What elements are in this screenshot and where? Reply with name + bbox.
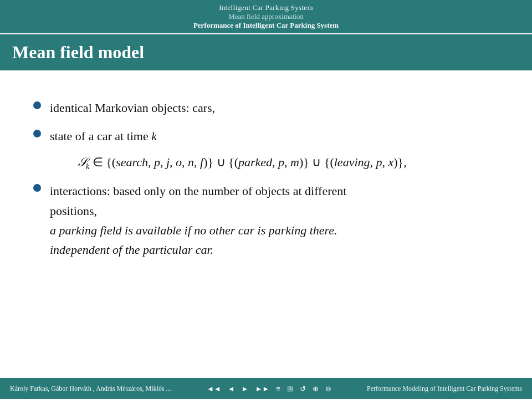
main-content: identical Markovian objects: cars, state… (0, 71, 532, 378)
bullet-section: identical Markovian objects: cars, state… (33, 99, 499, 259)
bullet-text-1: identical Markovian objects: cars, (50, 99, 215, 117)
header-line2: Mean field approximation (0, 12, 532, 21)
bullet-item-1: identical Markovian objects: cars, (33, 99, 499, 117)
page-title: Mean field model (12, 42, 520, 63)
nav-refresh[interactable]: ↺ (298, 383, 308, 394)
nav-left[interactable]: ◄ (226, 383, 237, 394)
nav-right[interactable]: ► (239, 383, 251, 394)
presentation-title: Performance Modeling of Intelligent Car … (367, 385, 522, 393)
title-bar: Mean field model (0, 34, 532, 70)
bullet-text-2: state of a car at time k (50, 127, 157, 145)
header-line3: Performance of Intelligent Car Parking S… (0, 21, 532, 30)
nav-controls[interactable]: ◄◄ ◄ ► ►► ≡ ⊞ ↺ ⊕ ⊖ (204, 383, 334, 394)
nav-zoom-out[interactable]: ⊖ (323, 383, 334, 394)
nav-left-left[interactable]: ◄◄ (204, 383, 223, 394)
bullet-dot-2 (33, 130, 41, 137)
bullet-text-3: interactions: based only on the number o… (50, 181, 346, 259)
bullet-item-3: interactions: based only on the number o… (33, 181, 499, 259)
nav-right-right[interactable]: ►► (253, 383, 272, 394)
math-formula: 𝒮k ∈ {(search, p, j, o, n, f)} ∪ {(parke… (78, 155, 499, 171)
authors-text: Károly Farkas, Gábor Horváth , András Mé… (10, 385, 171, 393)
bullet-item-2: state of a car at time k (33, 127, 499, 145)
bottom-bar: Károly Farkas, Gábor Horváth , András Mé… (0, 378, 532, 399)
bullet-dot-3 (33, 184, 41, 192)
bullet-dot-1 (33, 101, 41, 109)
top-header: Intelligent Car Parking System Mean fiel… (0, 0, 532, 33)
nav-menu[interactable]: ≡ (274, 383, 283, 394)
header-line1: Intelligent Car Parking System (0, 3, 532, 12)
nav-grid[interactable]: ⊞ (285, 383, 295, 394)
nav-zoom-in[interactable]: ⊕ (310, 383, 321, 394)
